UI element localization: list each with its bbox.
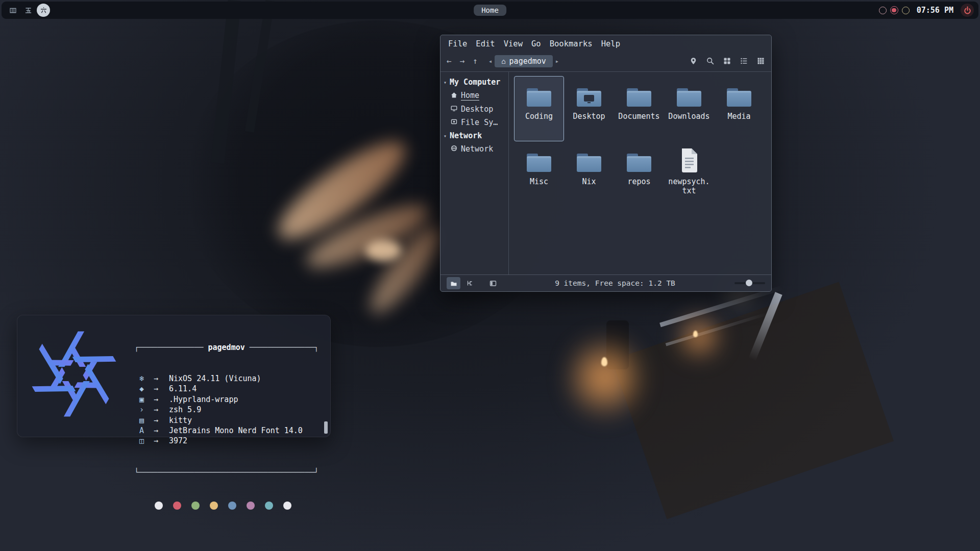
fastfetch-terminal: ┌────────────── pagedmov ──────────────┐… bbox=[17, 315, 331, 437]
search-button[interactable] bbox=[705, 57, 715, 66]
wallpaper-flame bbox=[693, 331, 698, 337]
icons-view-button[interactable] bbox=[722, 57, 731, 66]
workspace-liu[interactable] bbox=[37, 4, 50, 17]
breadcrumb-left-button[interactable]: ◂ bbox=[486, 58, 495, 65]
file-label: newpsych.​txt bbox=[666, 177, 713, 195]
file-newpsych.txt[interactable]: newpsych.​txt bbox=[664, 141, 714, 207]
fetch-wm-value: .Hyprland-wrapp bbox=[169, 394, 238, 405]
file-label: Downloads bbox=[668, 112, 709, 121]
palette-dot-0 bbox=[155, 502, 163, 510]
arrow-icon: → bbox=[154, 405, 169, 415]
power-icon bbox=[963, 6, 972, 15]
file-label: Desktop bbox=[573, 112, 605, 121]
wm-icon: ▣ bbox=[139, 394, 154, 405]
sidebar-section-network[interactable]: ▾Network bbox=[440, 129, 508, 142]
file-repos[interactable]: repos bbox=[614, 141, 664, 207]
menu-go[interactable]: Go bbox=[531, 39, 541, 50]
file-misc[interactable]: Misc bbox=[514, 141, 564, 207]
file-label: Coding bbox=[525, 112, 553, 121]
collapse-arrow-icon: ▾ bbox=[444, 80, 447, 85]
file-grid: CodingDesktopDocumentsDownloadsMediaMisc… bbox=[509, 72, 771, 274]
sidebar-item-filesy[interactable]: File Sy… bbox=[440, 116, 508, 129]
path-button[interactable]: ⌂ pagedmov bbox=[495, 55, 553, 67]
fetch-line-wm: ▣→.Hyprland-wrapp bbox=[134, 394, 329, 405]
file-nix[interactable]: Nix bbox=[564, 141, 614, 207]
list-view-button[interactable] bbox=[739, 57, 748, 66]
file-label: Misc bbox=[530, 177, 548, 186]
workspace-switcher bbox=[2, 4, 50, 17]
menu-view[interactable]: View bbox=[504, 39, 523, 50]
folder-icon bbox=[625, 147, 653, 174]
toolbar-right-icons bbox=[689, 57, 765, 66]
wallpaper-flame bbox=[601, 357, 607, 366]
palette-dot-4 bbox=[228, 502, 236, 510]
fetch-host-title: pagedmov bbox=[208, 343, 245, 352]
fetch-os-value: NixOS 24.11 (Vicuna) bbox=[169, 373, 261, 384]
menu-edit[interactable]: Edit bbox=[476, 39, 495, 50]
folder-icon bbox=[675, 82, 703, 109]
fetch-line-terminal: ▤→kitty bbox=[134, 415, 329, 425]
text-file-icon bbox=[678, 147, 700, 174]
back-button[interactable]: ← bbox=[447, 56, 452, 66]
sidebar-section-my-computer[interactable]: ▾My Computer bbox=[440, 76, 508, 89]
nixos-logo bbox=[29, 329, 119, 419]
arrow-icon: → bbox=[154, 373, 169, 384]
places-sidebar: ▾My ComputerHomeDesktopFile Sy…▾NetworkN… bbox=[440, 72, 509, 274]
tray-indicator-3[interactable] bbox=[902, 7, 910, 14]
palette-dot-5 bbox=[247, 502, 255, 510]
file-manager-body: ▾My ComputerHomeDesktopFile Sy…▾NetworkN… bbox=[440, 72, 771, 274]
sidebar-item-label: Desktop bbox=[461, 105, 493, 114]
file-coding[interactable]: Coding bbox=[514, 76, 564, 141]
folder-view-toggle[interactable] bbox=[447, 277, 460, 289]
fetch-box-border: ┌────────────── bbox=[134, 343, 208, 352]
tray-indicator-1[interactable] bbox=[879, 7, 887, 14]
arrow-icon: → bbox=[154, 436, 169, 446]
file-downloads[interactable]: Downloads bbox=[664, 76, 714, 141]
workspace-wu[interactable] bbox=[21, 4, 35, 17]
fetch-line-font: A→JetBrains Mono Nerd Font 14.0 bbox=[134, 425, 329, 436]
zoom-slider-knob[interactable] bbox=[746, 280, 752, 286]
fetch-line-shell: ›→zsh 5.9 bbox=[134, 405, 329, 415]
terminal-cursor bbox=[324, 421, 328, 434]
topbar-right-cluster: 07:56 PM bbox=[879, 4, 974, 17]
power-button[interactable] bbox=[961, 4, 974, 17]
kernel-icon: ◆ bbox=[139, 384, 154, 394]
sidebar-item-home[interactable]: Home bbox=[440, 89, 508, 103]
forward-button[interactable]: → bbox=[460, 56, 465, 66]
fetch-terminal-value: kitty bbox=[169, 415, 192, 425]
workspace-si[interactable] bbox=[6, 4, 19, 17]
compact-view-button[interactable] bbox=[756, 57, 765, 66]
folder-icon bbox=[575, 147, 603, 174]
os-icon: ❄ bbox=[139, 373, 154, 384]
file-documents[interactable]: Documents bbox=[614, 76, 664, 141]
sidebar-item-desktop[interactable]: Desktop bbox=[440, 103, 508, 116]
breadcrumb-right-button[interactable]: ▸ bbox=[553, 58, 561, 65]
menu-bookmarks[interactable]: Bookmarks bbox=[550, 39, 593, 50]
menu-file[interactable]: File bbox=[448, 39, 467, 50]
wallpaper-candle-glow bbox=[674, 311, 725, 362]
menu-help[interactable]: Help bbox=[601, 39, 620, 50]
home-icon: ⌂ bbox=[501, 57, 505, 65]
zoom-slider[interactable] bbox=[734, 282, 765, 284]
file-label: Nix bbox=[582, 177, 596, 186]
palette-dot-2 bbox=[191, 502, 200, 510]
system-tray bbox=[879, 6, 910, 14]
side-pane-toggle[interactable] bbox=[486, 277, 500, 289]
file-desktop[interactable]: Desktop bbox=[564, 76, 614, 141]
sidebar-section-label: Network bbox=[450, 131, 482, 140]
tray-indicator-2[interactable] bbox=[890, 6, 898, 14]
location-pin-button[interactable] bbox=[689, 57, 698, 66]
up-button[interactable]: ↑ bbox=[473, 56, 478, 66]
nav-buttons: ←→↑ bbox=[447, 56, 478, 66]
sidebar-item-network[interactable]: Network bbox=[440, 142, 508, 156]
fetch-packages-value: 3972 bbox=[169, 436, 187, 446]
sidebar-item-label: Network bbox=[461, 144, 493, 154]
file-manager-window: FileEditViewGoBookmarksHelp ←→↑ ◂ ⌂ page… bbox=[440, 35, 772, 292]
packages-icon: ◫ bbox=[139, 436, 154, 446]
monitor-icon bbox=[451, 105, 457, 114]
file-media[interactable]: Media bbox=[714, 76, 764, 141]
terminal-color-palette bbox=[155, 502, 329, 510]
arrow-icon: → bbox=[154, 425, 169, 436]
tree-view-toggle[interactable] bbox=[462, 277, 476, 289]
fetch-kernel-value: 6.11.4 bbox=[169, 384, 197, 394]
